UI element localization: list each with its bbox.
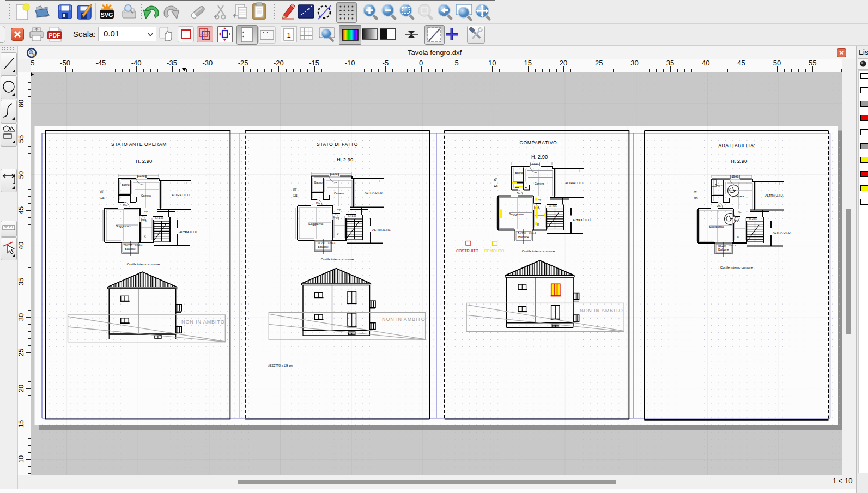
svg-text:H. 2.90: H. 2.90 (337, 156, 353, 162)
svg-text:H. 2.90: H. 2.90 (136, 158, 152, 164)
svg-text:STATO DI FATTO: STATO DI FATTO (317, 142, 358, 147)
svg-text:COMPARATIVO: COMPARATIVO (520, 140, 557, 145)
svg-text:Cortile interno comune: Cortile interno comune (321, 258, 354, 261)
svg-text:NON IN AMBITO: NON IN AMBITO (181, 319, 225, 325)
svg-text:PDF: PDF (49, 32, 61, 39)
svg-text:NON IN AMBITO: NON IN AMBITO (382, 317, 426, 322)
svg-text:ASSETTO x 128 cm: ASSETTO x 128 cm (268, 364, 293, 367)
svg-text:DEMOLITO: DEMOLITO (484, 249, 505, 253)
svg-text:COSTRUITO: COSTRUITO (456, 249, 479, 253)
svg-text:Cortile interno comune: Cortile interno comune (127, 263, 160, 266)
svg-text:Cortile interno comune: Cortile interno comune (522, 249, 555, 253)
svg-text:SVG: SVG (100, 11, 113, 18)
svg-text:Cortile interno comune: Cortile interno comune (720, 266, 754, 269)
svg-text:H. 2.90: H. 2.90 (731, 158, 747, 164)
svg-text:H. 2.90: H. 2.90 (531, 154, 548, 160)
svg-text:ADATTABILITA': ADATTABILITA' (718, 143, 755, 148)
svg-text:1: 1 (287, 31, 290, 39)
svg-text:STATO ANTE OPERAM: STATO ANTE OPERAM (111, 142, 167, 147)
svg-text:NON IN AMBITO: NON IN AMBITO (580, 308, 623, 313)
